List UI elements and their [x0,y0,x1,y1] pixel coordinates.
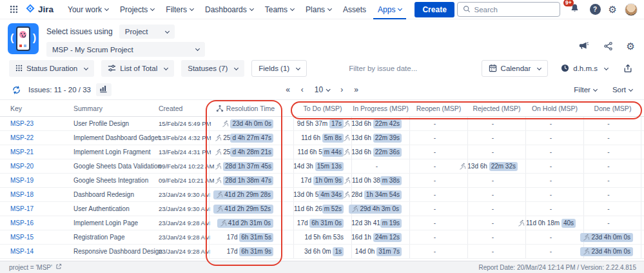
column-header-rejected-msp-[interactable]: Rejected (MSP) [467,100,525,116]
issue-key-link[interactable]: MSP-20 [10,163,34,170]
global-search[interactable] [457,2,560,17]
statuses-dropdown[interactable]: Statuses (7) [181,60,244,77]
nav-item-plans[interactable]: Plans [301,0,336,19]
nav-item-teams[interactable]: Teams [260,0,298,19]
next-page-icon[interactable]: › [340,85,343,94]
issue-key-link[interactable]: MSP-15 [10,234,34,241]
column-header-created[interactable]: Created [159,100,209,116]
issue-created-cell: 23/Jan/24 9:30 AM [159,188,209,201]
nav-item-apps[interactable]: Apps [373,0,406,19]
issue-created-cell: 13/Feb/24 4:31 PM [159,145,209,159]
chevron-down-icon [234,65,239,70]
running-man-icon [343,120,350,127]
notifications-button[interactable]: 9+ [568,3,582,17]
empty-duration: - [492,148,494,156]
last-page-icon[interactable]: » [354,85,358,94]
issue-key-link[interactable]: MSP-16 [10,219,34,227]
column-header-reopen-msp-[interactable]: Reopen (MSP) [409,100,467,116]
column-header-resolution-time[interactable]: Resolution Time [209,100,282,116]
column-header-key[interactable]: Key [10,100,73,116]
user-avatar[interactable] [625,3,638,16]
chevron-down-icon [290,6,295,11]
status-duration-dropdown[interactable]: Status Duration [9,60,94,77]
app-settings-gear-icon[interactable]: ⚙ [627,41,635,51]
notification-badge: 9+ [563,0,574,6]
project-dropdown[interactable]: MSP - My Scrum Project [46,42,205,57]
nav-item-projects[interactable]: Projects [115,0,159,19]
settings-gear-icon[interactable]: ⚙ [609,5,617,14]
issue-key-cell: MSP-20 [10,159,73,173]
empty-duration: - [607,219,609,227]
running-man-icon [215,163,222,170]
issue-key-cell: MSP-18 [10,188,73,201]
status-duration-cell: - [409,174,467,187]
issue-key-link[interactable]: MSP-21 [10,148,34,156]
nav-item-assets[interactable]: Assets [338,0,371,19]
empty-duration: - [550,191,552,198]
empty-duration: - [550,134,552,141]
export-icon[interactable] [621,61,635,76]
running-man-icon [216,205,223,212]
duration-value: 14d 3h 15m 13s [293,162,344,171]
duration-value: 13d 0h 54m 34s [293,190,344,199]
create-button[interactable]: Create [415,2,454,17]
filter-dropdown[interactable]: Filter [574,86,597,94]
issues-bar: Issues: 11 - 20 / 33 « ‹ 10 › » Filter S… [0,80,644,99]
status-duration-cell: - [409,216,467,230]
duration-value: 23d 4h 0m 0s [580,233,633,242]
megaphone-icon[interactable] [576,39,590,53]
list-of-total-dropdown[interactable]: List of Total [101,60,174,77]
column-header-in-progress-msp-[interactable]: In Progress (MSP) [351,100,409,116]
issue-key-link[interactable]: MSP-18 [10,191,34,198]
column-header-summary[interactable]: Summary [73,100,159,116]
select-issues-using-dropdown[interactable]: Project [119,25,175,39]
prev-page-icon[interactable]: ‹ [301,85,304,94]
issue-key-cell: MSP-19 [10,174,73,187]
nav-item-dashboards[interactable]: Dashboards [200,0,258,19]
calendar-dropdown[interactable]: Calendar [482,60,549,77]
running-man-icon [222,120,229,127]
nav-item-filters[interactable]: Filters [161,0,198,19]
sort-dropdown[interactable]: Sort [612,86,632,94]
status-duration-cell: 14d 3h 15m 13s [293,159,351,173]
empty-duration: - [607,134,609,141]
duration-value: 11d 6h 5m 8s [301,134,344,143]
search-input[interactable] [474,6,554,14]
external-link-icon[interactable] [55,263,62,271]
issue-key-link[interactable]: MSP-19 [10,177,34,184]
nav-item-your-work[interactable]: Your work [63,0,113,19]
chart-view-button[interactable] [96,83,112,96]
issue-key-link[interactable]: MSP-17 [10,205,34,212]
column-header-done-msp-[interactable]: Done (MSP) [583,100,641,116]
jira-logo[interactable]: Jira [25,3,54,16]
issue-created-cell: 23/Jan/24 9:28 AM [159,245,209,258]
column-header-to-do-msp-[interactable]: To Do (MSP) [293,100,351,116]
status-duration-cell: - [467,216,525,230]
time-format-dropdown[interactable]: d.h.m.s [554,60,614,77]
chevron-down-icon [398,6,402,11]
status-duration-cell: - [583,202,641,216]
duration-value: 28d 1h 34m 54s [343,190,402,199]
status-duration-cell: 17d 1h 0m 9s [293,174,351,187]
first-page-icon[interactable]: « [286,85,290,94]
share-icon[interactable] [601,39,616,53]
chevron-down-icon [84,65,88,70]
app-logo[interactable]: ( ) [8,23,39,54]
issue-key-link[interactable]: MSP-14 [10,248,34,255]
empty-duration: - [550,163,552,170]
filter-by-issue-date-field[interactable]: Filter by issue date... [349,65,417,72]
help-button[interactable]: ? [590,4,601,15]
fields-dropdown[interactable]: Fields (1) [251,60,307,77]
issue-key-link[interactable]: MSP-22 [10,134,34,141]
refresh-icon[interactable] [9,83,23,97]
chevron-down-icon [604,65,609,70]
app-switcher-icon[interactable] [6,3,21,17]
issue-key-cell: MSP-14 [10,245,73,258]
issue-key-link[interactable]: MSP-23 [10,120,34,127]
page-size-dropdown[interactable]: 10 [315,85,329,94]
duration-value: 23d 4h 0m 0s [580,247,633,256]
column-header-on-hold-msp-[interactable]: On Hold (MSP) [525,100,583,116]
spacer [282,188,293,201]
jira-app-page: Jira Your workProjectsFiltersDashboardsT… [0,0,644,273]
duration-value: 13d 6h 22m 36s [343,148,402,157]
